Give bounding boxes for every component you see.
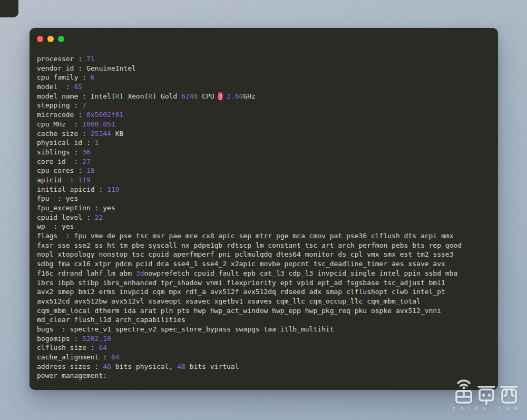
terminal-text-segment: GHz [243,92,255,100]
zhidx-logo [453,377,520,405]
background-window-corner [0,0,18,17]
terminal-text-segment: apicid : [37,176,78,184]
terminal-text-segment: model name : Intel( [37,92,115,100]
terminal-text-segment: ibrs ibpb stibp ibrs_enhanced tpr_shadow… [37,279,445,287]
terminal-line: wp : yes [37,222,494,231]
terminal-text-segment: 6 [91,73,95,81]
terminal-line: cpu MHz : 1000.051 [37,120,494,129]
terminal-text-segment: nowprefetch cpuid_fault epb cat_l3 cdp_l… [144,269,458,277]
terminal-text-segment: bits virtual [186,363,239,370]
terminal-line: initial apicid : 119 [37,185,494,194]
terminal-line: apicid : 119 [37,175,494,185]
terminal-text-segment: avx2 smep bmi2 erms invpcid cqm mpx rdt_… [37,288,445,296]
window-titlebar[interactable] [30,28,498,46]
terminal-line: nopl xtopology nonstop_tsc cpuid aperfmp… [37,250,494,259]
terminal-line: microcode : 0x5002f01 [37,110,494,120]
terminal-line: ibrs ibpb stibp ibrs_enhanced tpr_shadow… [37,278,494,288]
terminal-line: cpuid level : 22 [37,213,494,222]
terminal-text-segment: f16c rdrand lahf_lm abm [37,269,136,277]
terminal-line: cache_alignment : 64 [37,353,494,362]
terminal-text-segment: model : [37,83,74,91]
terminal-text-segment: 71 [86,55,95,63]
terminal-line: model name : Intel(R) Xeon(R) Gold 6240 … [37,92,494,101]
terminal-text-segment: 1000.051 [82,120,115,128]
terminal-text-segment: cache_alignment : [37,353,111,361]
terminal-text-segment: core id : [37,158,82,165]
terminal-line: md_clear flush_l1d arch_capabilities [37,315,494,325]
terminal-line: fxsr sse sse2 ss ht tm pbe syscall nx pd… [37,241,494,250]
terminal-line: clflush size : 64 [37,343,494,353]
terminal-text-segment: 18 [86,167,95,174]
minimize-button[interactable] [47,36,54,42]
terminal-line: model : 85 [37,82,494,92]
watermark-domain: z h i d x . c o m [453,406,521,411]
terminal-text-segment: address sizes : [37,363,103,370]
terminal-text-segment: 64 [111,353,120,361]
terminal-text-segment: 25344 [91,130,111,138]
terminal-text-segment: CPU [198,92,218,100]
terminal-output[interactable]: processor : 71vendor_id : GenuineIntelcp… [37,54,494,384]
terminal-text-segment: 85 [74,83,82,91]
close-button[interactable] [37,36,43,42]
terminal-line: cache size : 25344 KB [37,129,494,139]
terminal-text-segment: fpu_exception : yes [37,204,115,212]
terminal-line: siblings : 36 [37,148,494,157]
terminal-text-segment: ) Gold [152,92,181,100]
terminal-text-segment: 119 [78,176,90,184]
dong-glyph-icon [476,377,497,405]
zoom-button[interactable] [58,36,64,42]
terminal-text-segment: 64 [99,344,107,351]
terminal-line: power management: [37,371,494,380]
terminal-line: cpu cores : 18 [37,166,494,175]
terminal-text-segment: 5202.10 [82,335,111,343]
terminal-text-segment: initial apicid : [37,185,107,193]
terminal-line: bogomips : 5202.10 [37,334,494,344]
terminal-text-segment: 1 [95,139,99,146]
terminal-line: flags : fpu vme de pse tsc msr pae mce c… [37,231,494,241]
terminal-text-segment: KB [111,130,123,138]
terminal-text-segment: bogomips : [37,335,82,343]
terminal-line: physical id : 1 [37,138,494,148]
terminal-text-segment: 22 [95,213,103,221]
terminal-text-segment: cpu family : [37,73,91,81]
terminal-line: core id : 27 [37,157,494,167]
terminal-text-segment: 46 [103,363,111,370]
zhi-glyph-wifi-icon [453,377,474,405]
terminal-text-segment: microcode : [37,111,86,119]
terminal-text-segment: 48 [177,363,186,370]
terminal-text-segment: clflush size : [37,344,99,351]
terminal-text-segment: flags : fpu vme de pse tsc msr pae mce c… [37,232,454,240]
terminal-text-segment: wp : yes [37,222,74,230]
terminal-text-segment: 119 [107,185,119,193]
terminal-line: sdbg fma cx16 xtpr pdcm pcid dca sse4_1 … [37,259,494,269]
terminal-text-segment: nopl xtopology nonstop_tsc cpuid aperfmp… [37,250,454,258]
terminal-text-segment: R [148,92,152,100]
terminal-text-segment: physical id : [37,139,95,146]
terminal-text-segment: processor : [37,55,86,63]
terminal-line: fpu : yes [37,194,494,203]
terminal-text-segment: 0x5002f01 [86,111,123,119]
terminal-text-segment: power management: [37,372,107,379]
terminal-line: stepping : 7 [37,101,494,110]
terminal-text-segment: fxsr sse sse2 ss ht tm pbe syscall nx pd… [37,241,462,249]
terminal-line: processor : 71 [37,54,494,64]
terminal-line: cqm_mbm_local dtherm ida arat pln pts hw… [37,306,494,316]
terminal-text-segment: bugs : spectre_v1 spectre_v2 spec_store_… [37,325,334,333]
terminal-line: vendor_id : GenuineIntel [37,64,494,73]
terminal-text-segment: cpuid level : [37,213,95,221]
terminal-line: bugs : spectre_v1 spectre_v2 spec_store_… [37,325,494,334]
terminal-line: avx2 smep bmi2 erms invpcid cqm mpx rdt_… [37,287,494,297]
terminal-text-segment: 6240 [181,92,198,100]
terminal-text-segment [222,92,227,100]
terminal-text-segment: cache size : [37,130,91,138]
terminal-text-segment: stepping : [37,101,82,109]
terminal-line: avx512cd avx512bw avx512vl xsaveopt xsav… [37,297,494,306]
terminal-text-segment: 27 [82,158,91,165]
terminal-text-segment: cpu cores : [37,167,86,174]
terminal-text-segment: cpu MHz : [37,120,82,128]
terminal-text-segment: 2.60 [227,92,243,100]
terminal-text-segment: sdbg fma cx16 xtpr pdcm pcid dca sse4_1 … [37,260,445,268]
terminal-text-segment: bits physical, [111,363,177,370]
terminal-window: processor : 71vendor_id : GenuineIntelcp… [30,28,498,390]
terminal-text-segment: fpu : yes [37,194,78,202]
